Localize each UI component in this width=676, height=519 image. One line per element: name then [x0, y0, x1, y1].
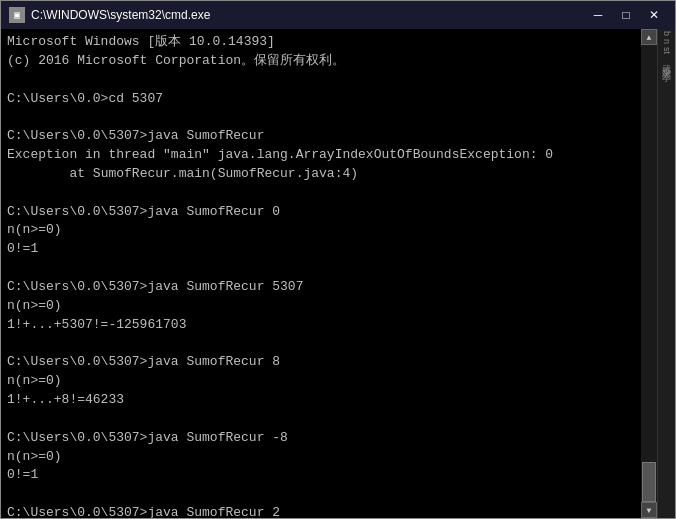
terminal-body: Microsoft Windows [版本 10.0.14393] (c) 20…: [1, 29, 675, 518]
title-bar: ▣ C:\WINDOWS\system32\cmd.exe ─ □ ✕: [1, 1, 675, 29]
window-controls: ─ □ ✕: [585, 5, 667, 25]
terminal-line: C:\Users\0.0\5307>java SumofRecur 8: [7, 353, 635, 372]
terminal-line: n(n>=0): [7, 372, 635, 391]
terminal-line: [7, 410, 635, 429]
terminal-line: n(n>=0): [7, 448, 635, 467]
terminal-line: at SumofRecur.main(SumofRecur.java:4): [7, 165, 635, 184]
terminal-line: C:\Users\0.0\5307>java SumofRecur 0: [7, 203, 635, 222]
terminal-line: C:\Users\0.0\5307>java SumofRecur 5307: [7, 278, 635, 297]
terminal-line: C:\Users\0.0\5307>java SumofRecur: [7, 127, 635, 146]
close-button[interactable]: ✕: [641, 5, 667, 25]
terminal-line: 0!=1: [7, 240, 635, 259]
scrollbar-up-btn[interactable]: ▲: [641, 29, 657, 45]
window-title: C:\WINDOWS\system32\cmd.exe: [31, 8, 210, 22]
terminal-content[interactable]: Microsoft Windows [版本 10.0.14393] (c) 20…: [1, 29, 641, 518]
terminal-line: 1!+...+8!=46233: [7, 391, 635, 410]
terminal-line: C:\Users\0.0\5307>java SumofRecur 2: [7, 504, 635, 518]
terminal-line: [7, 335, 635, 354]
maximize-button[interactable]: □: [613, 5, 639, 25]
terminal-line: Exception in thread "main" java.lang.Arr…: [7, 146, 635, 165]
terminal-line: [7, 184, 635, 203]
title-bar-left: ▣ C:\WINDOWS\system32\cmd.exe: [9, 7, 210, 23]
right-panel-text-2: n: [662, 39, 671, 44]
terminal-line: (c) 2016 Microsoft Corporation。保留所有权利。: [7, 52, 635, 71]
terminal-line: 0!=1: [7, 466, 635, 485]
scrollbar[interactable]: ▲ ▼: [641, 29, 657, 518]
minimize-button[interactable]: ─: [585, 5, 611, 25]
cmd-icon: ▣: [9, 7, 25, 23]
cmd-window: ▣ C:\WINDOWS\system32\cmd.exe ─ □ ✕ Micr…: [0, 0, 676, 519]
right-panel-text-1: b: [662, 31, 671, 36]
terminal-line: [7, 71, 635, 90]
terminal-line: 1!+...+5307!=-125961703: [7, 316, 635, 335]
terminal-line: n(n>=0): [7, 297, 635, 316]
scrollbar-down-btn[interactable]: ▼: [641, 502, 657, 518]
right-panel: b n st 武 汉 大 学 0: [657, 29, 675, 518]
terminal-line: n(n>=0): [7, 221, 635, 240]
terminal-line: C:\Users\0.0>cd 5307: [7, 90, 635, 109]
scrollbar-track[interactable]: [641, 45, 657, 502]
terminal-line: [7, 108, 635, 127]
scrollbar-thumb[interactable]: [642, 462, 656, 502]
terminal-line: [7, 259, 635, 278]
terminal-line: Microsoft Windows [版本 10.0.14393]: [7, 33, 635, 52]
right-panel-text-3: st: [662, 47, 671, 54]
terminal-line: [7, 485, 635, 504]
terminal-line: C:\Users\0.0\5307>java SumofRecur -8: [7, 429, 635, 448]
right-panel-text-8: 0: [662, 69, 671, 74]
